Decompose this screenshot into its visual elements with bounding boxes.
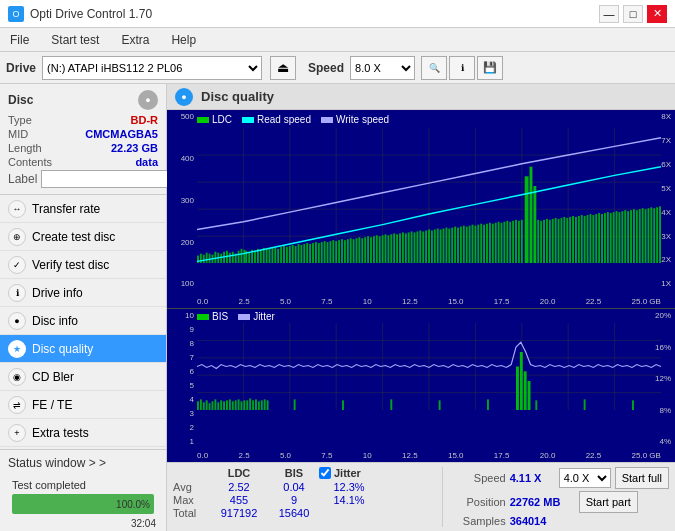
svg-rect-198 (235, 401, 237, 411)
title-bar-controls[interactable]: — □ ✕ (599, 5, 667, 23)
svg-rect-123 (506, 221, 508, 264)
create-test-disc-icon: ⊕ (8, 228, 26, 246)
sidebar-item-drive-info[interactable]: ℹ Drive info (0, 279, 166, 307)
disc-type-val: BD-R (131, 114, 159, 126)
chart-top: LDC Read speed Write speed 500 400 300 (167, 110, 675, 309)
sidebar-item-create-test-disc[interactable]: ⊕ Create test disc (0, 223, 166, 251)
svg-rect-120 (498, 222, 500, 264)
stats-speed-select[interactable]: 4.0 X (559, 468, 611, 488)
app-icon: O (8, 6, 24, 22)
svg-rect-188 (206, 401, 208, 411)
svg-rect-54 (306, 243, 308, 263)
stats-position-val: 22762 MB (510, 496, 575, 508)
svg-rect-201 (243, 401, 245, 411)
svg-rect-135 (555, 218, 557, 263)
svg-rect-78 (376, 235, 378, 263)
disc-label-input[interactable] (41, 170, 170, 188)
menu-extra[interactable]: Extra (115, 31, 155, 49)
svg-rect-171 (659, 206, 661, 263)
save-button[interactable]: 💾 (477, 56, 503, 80)
maximize-button[interactable]: □ (623, 5, 643, 23)
svg-rect-149 (595, 214, 597, 263)
drive-select[interactable]: (N:) ATAPI iHBS112 2 PL06 (42, 56, 262, 80)
svg-rect-58 (318, 243, 320, 263)
svg-rect-21 (220, 254, 222, 264)
scan-button[interactable]: 🔍 (421, 56, 447, 80)
svg-rect-34 (248, 252, 250, 264)
svg-rect-79 (379, 236, 381, 263)
svg-rect-207 (249, 399, 251, 411)
stats-total-ldc: 917192 (209, 507, 269, 519)
disc-type-row: Type BD-R (8, 114, 158, 126)
eject-button[interactable]: ⏏ (270, 56, 296, 80)
sidebar-item-fe-te[interactable]: ⇌ FE / TE (0, 391, 166, 419)
main-layout: Disc ● Type BD-R MID CMCMAGBA5 Length 22… (0, 84, 675, 531)
svg-rect-127 (518, 221, 520, 264)
verify-test-disc-icon: ✓ (8, 256, 26, 274)
stats-jitter-check: Jitter (319, 467, 361, 479)
sidebar-item-cd-bler[interactable]: ◉ CD Bler (0, 363, 166, 391)
svg-rect-195 (226, 401, 228, 411)
chart-bottom: BIS Jitter 10 9 8 7 6 5 4 3 (167, 309, 675, 462)
content-area: ● Disc quality LDC Read speed (167, 84, 675, 531)
svg-rect-63 (332, 240, 334, 263)
sidebar-item-disc-info[interactable]: ● Disc info (0, 307, 166, 335)
svg-rect-100 (440, 229, 442, 263)
menu-bar: File Start test Extra Help (0, 28, 675, 52)
svg-rect-104 (451, 228, 453, 264)
svg-rect-154 (610, 213, 612, 263)
svg-rect-186 (200, 400, 202, 411)
svg-rect-164 (639, 209, 641, 263)
menu-file[interactable]: File (4, 31, 35, 49)
sidebar-item-verify-test-disc[interactable]: ✓ Verify test disc (0, 251, 166, 279)
svg-rect-137 (560, 218, 562, 263)
sidebar-item-extra-tests[interactable]: + Extra tests (0, 419, 166, 447)
chart-bottom-x-axis: 0.0 2.5 5.0 7.5 10 12.5 15.0 17.5 20.0 2… (197, 451, 661, 460)
svg-rect-220 (584, 400, 586, 411)
close-button[interactable]: ✕ (647, 5, 667, 23)
svg-rect-72 (358, 237, 360, 263)
svg-rect-141 (572, 216, 574, 263)
svg-rect-215 (342, 401, 344, 411)
start-part-button[interactable]: Start part (579, 491, 638, 513)
svg-rect-148 (592, 215, 594, 263)
start-full-button[interactable]: Start full (615, 467, 669, 489)
menu-help[interactable]: Help (165, 31, 202, 49)
status-window-button[interactable]: Status window > > (0, 450, 166, 476)
menu-start-test[interactable]: Start test (45, 31, 105, 49)
sidebar-item-extra-tests-label: Extra tests (32, 426, 89, 440)
svg-rect-51 (298, 244, 300, 263)
legend-read-speed-label: Read speed (257, 114, 311, 125)
jitter-checkbox[interactable] (319, 467, 331, 479)
minimize-button[interactable]: — (599, 5, 619, 23)
svg-rect-147 (589, 214, 591, 263)
svg-rect-57 (315, 242, 317, 263)
status-time-val: 32:04 (131, 518, 156, 529)
svg-rect-70 (353, 239, 355, 263)
svg-rect-160 (627, 211, 629, 263)
drive-label: Drive (6, 61, 36, 75)
chart-top-legend: LDC Read speed Write speed (197, 114, 389, 125)
svg-rect-113 (477, 225, 479, 264)
info-button[interactable]: ℹ (449, 56, 475, 80)
sidebar-item-disc-quality[interactable]: ★ Disc quality (0, 335, 166, 363)
stats-headers: LDC BIS Jitter (173, 467, 434, 479)
speed-icon-btns: 🔍 ℹ 💾 (421, 56, 503, 80)
svg-rect-145 (584, 216, 586, 263)
svg-rect-151 (601, 214, 603, 263)
svg-rect-48 (289, 246, 291, 263)
svg-rect-65 (338, 240, 340, 263)
sidebar-item-transfer-rate[interactable]: ↔ Transfer rate (0, 195, 166, 223)
svg-rect-103 (448, 229, 450, 264)
svg-rect-169 (653, 208, 655, 263)
stats-speed-val: 4.11 X (510, 472, 555, 484)
chart-bottom-y-axis: 10 9 8 7 6 5 4 3 2 1 (167, 309, 197, 446)
cd-bler-icon: ◉ (8, 368, 26, 386)
svg-rect-99 (437, 229, 439, 264)
svg-rect-96 (428, 229, 430, 263)
speed-select[interactable]: 8.0 X (350, 56, 415, 80)
sidebar-item-disc-info-label: Disc info (32, 314, 78, 328)
svg-rect-27 (238, 251, 240, 264)
svg-rect-41 (269, 248, 271, 263)
legend-write-speed: Write speed (321, 114, 389, 125)
